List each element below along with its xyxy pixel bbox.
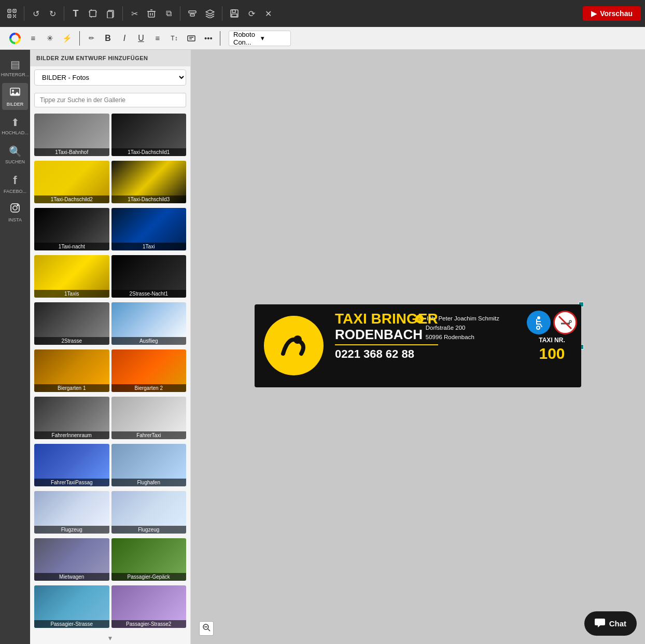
taxi-nr-label: TAXI NR. (539, 337, 565, 344)
list-item[interactable]: Flugzeug (111, 491, 187, 534)
redo-button[interactable]: ↻ (45, 5, 60, 22)
address-line1: ⌂ Inh. Peter Joachim Schmitz (415, 314, 499, 323)
panel-search[interactable] (30, 89, 190, 111)
svg-point-37 (275, 328, 312, 364)
font-selector[interactable]: Roboto Con... ▾ (229, 31, 291, 46)
svg-rect-26 (232, 10, 235, 12)
list-item[interactable]: 1Taxi (111, 208, 187, 250)
zoom-out-button[interactable] (199, 621, 214, 636)
sidebar-item-upload[interactable]: ⬆ HOCHLAD... (2, 112, 28, 139)
category-select[interactable]: BILDER - FotosBILDER - IconsBILDER - Cli… (34, 69, 186, 86)
draw-button[interactable]: ✏ (84, 30, 99, 47)
list-item[interactable]: Passagier-Strasse2 (111, 585, 187, 628)
effects-button[interactable]: ✳ (43, 30, 57, 47)
italic-button[interactable]: I (117, 30, 132, 47)
list-item[interactable]: 2Strasse (34, 302, 109, 345)
image-label: FahrerTaxiPassag (34, 479, 109, 486)
svg-point-36 (17, 205, 18, 206)
design-container[interactable]: TAXI BRINGER RODENBACH 0221 368 62 88 ⌂ … (255, 304, 581, 390)
svg-rect-17 (107, 11, 113, 18)
list-item[interactable]: Ausflieg (111, 302, 187, 345)
underline-button[interactable]: U (134, 30, 148, 47)
list-item[interactable]: 1Taxi-Dachschild1 (111, 114, 187, 156)
image-label: Biergarten 2 (111, 384, 187, 392)
address-line2: Dorfstraße 200 (415, 323, 499, 332)
refresh-button[interactable]: ⟳ (244, 5, 259, 22)
bold-button[interactable]: B (101, 30, 115, 47)
list-item[interactable]: FahrerTaxi (111, 397, 187, 439)
instagram-icon (10, 203, 20, 216)
copy-button[interactable]: ⧉ (161, 5, 176, 22)
save-button[interactable] (227, 5, 242, 22)
sidebar-item-background[interactable]: ▤ HINTERGR... (2, 54, 28, 81)
sidebar-item-facebook[interactable]: f FACEBO... (2, 170, 28, 197)
more-button[interactable]: ••• (201, 30, 216, 47)
divider2 (64, 6, 64, 21)
list-item[interactable]: 1Taxi-Dachschild2 (34, 161, 109, 203)
image-label: FahrerInnenraum (34, 431, 109, 439)
list-item[interactable]: 1Taxis (34, 255, 109, 298)
list-item[interactable]: 1Taxi-Bahnhof (34, 114, 109, 156)
svg-point-33 (12, 90, 14, 92)
list-item[interactable]: Flugzeug (34, 491, 109, 534)
list-item[interactable]: Biergarten 1 (34, 349, 109, 392)
image-label: Ausflieg (111, 337, 187, 345)
qr-code-button[interactable] (4, 5, 20, 22)
image-label: FahrerTaxi (111, 431, 187, 439)
preview-label: Vorschau (600, 9, 633, 18)
list-item[interactable]: FahrerTaxiPassag (34, 444, 109, 486)
align2-button[interactable]: ≡ (150, 30, 165, 47)
svg-point-39 (537, 316, 540, 319)
svg-point-43 (569, 320, 571, 323)
list-item[interactable]: Mietwagen (34, 538, 109, 581)
text-button[interactable]: T (68, 5, 83, 22)
svg-rect-1 (9, 10, 10, 11)
scroll-indicator: ▼ (30, 633, 190, 644)
canvas-background: TAXI BRINGER RODENBACH 0221 368 62 88 ⌂ … (191, 50, 645, 644)
text-box-button[interactable] (184, 30, 199, 47)
list-item[interactable]: 2Strasse-Nacht1 (111, 255, 187, 298)
list-item[interactable]: Passagier-Gepäck (111, 538, 187, 581)
undo-button[interactable]: ↺ (29, 5, 43, 22)
list-item[interactable]: FahrerInnenraum (34, 397, 109, 439)
sidebar-label-search: SUCHEN (5, 159, 25, 164)
sidebar-item-images[interactable]: BILDER (2, 83, 28, 110)
svg-rect-8 (13, 17, 14, 18)
svg-point-35 (13, 206, 17, 210)
image-label: 1Taxi-Dachschild2 (34, 195, 109, 203)
svg-rect-27 (232, 14, 237, 17)
crop-button[interactable] (85, 5, 101, 22)
paste-button[interactable] (103, 5, 118, 22)
image-label: Passagier-Strasse (34, 620, 109, 628)
svg-line-46 (208, 629, 210, 631)
list-item[interactable]: 1Taxi-Dachschild3 (111, 161, 187, 203)
text-size-button[interactable]: T↕ (167, 30, 181, 47)
divider6 (79, 31, 80, 46)
chat-button[interactable]: Chat (584, 611, 637, 636)
divider1 (24, 6, 24, 21)
delete-button[interactable] (144, 5, 159, 22)
zoom-out-icon (202, 623, 211, 634)
list-item[interactable]: Biergarten 2 (111, 349, 187, 392)
svg-rect-24 (190, 14, 194, 16)
list-item[interactable]: Passagier-Strasse (34, 585, 109, 628)
align-button[interactable] (185, 5, 200, 22)
sidebar-item-search[interactable]: 🔍 SUCHEN (2, 141, 28, 168)
list-item[interactable]: Flughafen (111, 444, 187, 486)
color-button[interactable] (6, 30, 24, 47)
svg-rect-42 (568, 323, 570, 325)
close-button[interactable]: ✕ (261, 5, 275, 22)
text-align-button[interactable]: ≡ (26, 30, 40, 47)
canvas-area[interactable]: TAXI BRINGER RODENBACH 0221 368 62 88 ⌂ … (191, 50, 645, 644)
cut-button[interactable]: ✂ (127, 5, 142, 22)
image-label: Flugzeug (34, 526, 109, 534)
chat-label: Chat (609, 619, 626, 628)
flash-button[interactable]: ⚡ (59, 30, 75, 47)
sidebar-item-instagram[interactable]: INSTA (2, 199, 28, 226)
panel-dropdown[interactable]: BILDER - FotosBILDER - IconsBILDER - Cli… (30, 66, 190, 89)
layers-button[interactable] (202, 5, 218, 22)
sidebar-label-upload: HOCHLAD... (2, 130, 29, 135)
list-item[interactable]: 1Taxi-nacht (34, 208, 109, 250)
preview-button[interactable]: ▶ Vorschau (583, 6, 641, 21)
search-input[interactable] (34, 93, 186, 107)
